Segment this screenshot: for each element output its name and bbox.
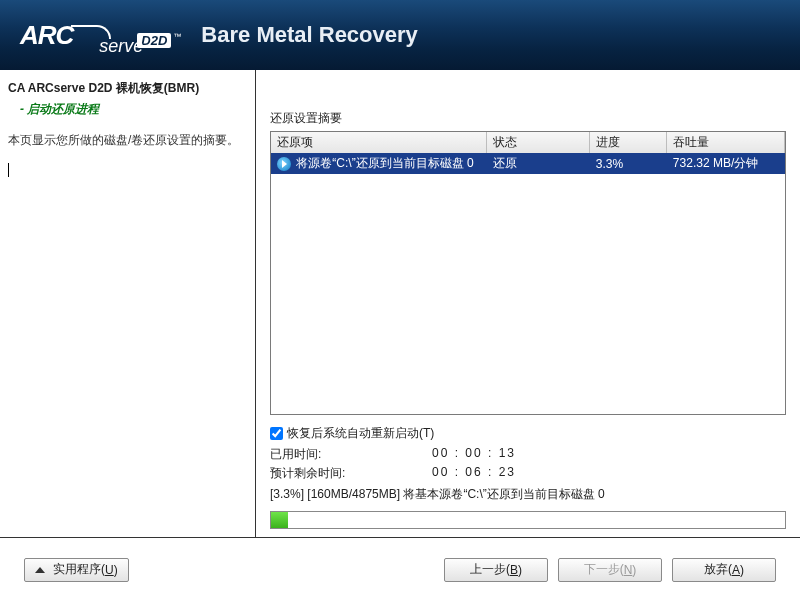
col-status[interactable]: 状态 xyxy=(487,132,590,153)
remaining-label: 预计剩余时间: xyxy=(270,465,432,482)
col-item[interactable]: 还原项 xyxy=(271,132,487,153)
status-line: [3.3%] [160MB/4875MB] 将基本源卷“C:\”还原到当前目标磁… xyxy=(270,486,786,503)
cell-progress: 3.3% xyxy=(589,153,666,174)
sidebar: CA ARCserve D2D 裸机恢复(BMR) - 启动还原进程 本页显示您… xyxy=(0,70,256,537)
logo-serve-text: serve xyxy=(99,36,143,57)
remaining-value: 00 : 06 : 23 xyxy=(432,465,516,482)
next-button[interactable]: 下一步(N) xyxy=(558,558,662,582)
app-header: ARC serve D2D ™ Bare Metal Recovery xyxy=(0,0,800,70)
chevron-up-icon xyxy=(35,567,45,573)
elapsed-value: 00 : 00 : 13 xyxy=(432,446,516,463)
main-panel: 还原设置摘要 还原项 状态 进度 吞吐量 将源卷“C:\”还原到当前目标磁盘 xyxy=(256,70,800,537)
progress-bar xyxy=(270,511,786,529)
logo-trademark: ™ xyxy=(173,32,181,41)
progress-fill xyxy=(271,512,288,528)
col-progress[interactable]: 进度 xyxy=(589,132,666,153)
progress-details: 恢复后系统自动重新启动(T) 已用时间: 00 : 00 : 13 预计剩余时间… xyxy=(270,425,786,529)
table-header-row: 还原项 状态 进度 吞吐量 xyxy=(271,132,785,153)
auto-reboot-label: 恢复后系统自动重新启动(T) xyxy=(287,425,434,442)
logo-arc-text: ARC xyxy=(20,20,73,51)
abort-button[interactable]: 放弃(A) xyxy=(672,558,776,582)
sidebar-title: CA ARCserve D2D 裸机恢复(BMR) xyxy=(8,80,247,97)
summary-table: 还原项 状态 进度 吞吐量 将源卷“C:\”还原到当前目标磁盘 0 还原 3.3… xyxy=(270,131,786,415)
elapsed-label: 已用时间: xyxy=(270,446,432,463)
page-title: Bare Metal Recovery xyxy=(201,22,417,48)
sidebar-description: 本页显示您所做的磁盘/卷还原设置的摘要。 xyxy=(8,132,247,149)
utilities-button[interactable]: 实用程序(U) xyxy=(24,558,129,582)
cell-item: 将源卷“C:\”还原到当前目标磁盘 0 xyxy=(296,156,473,170)
play-icon xyxy=(277,157,291,171)
summary-label: 还原设置摘要 xyxy=(270,110,786,127)
sidebar-subtitle: - 启动还原进程 xyxy=(20,101,247,118)
footer: 实用程序(U) 上一步(B) 下一步(N) 放弃(A) xyxy=(0,537,800,601)
logo: ARC serve D2D ™ xyxy=(20,20,181,51)
col-throughput[interactable]: 吞吐量 xyxy=(666,132,784,153)
cell-throughput: 732.32 MB/分钟 xyxy=(666,153,784,174)
table-row[interactable]: 将源卷“C:\”还原到当前目标磁盘 0 还原 3.3% 732.32 MB/分钟 xyxy=(271,153,785,174)
auto-reboot-checkbox[interactable] xyxy=(270,427,283,440)
text-cursor-icon xyxy=(8,163,9,177)
cell-status: 还原 xyxy=(487,153,590,174)
back-button[interactable]: 上一步(B) xyxy=(444,558,548,582)
